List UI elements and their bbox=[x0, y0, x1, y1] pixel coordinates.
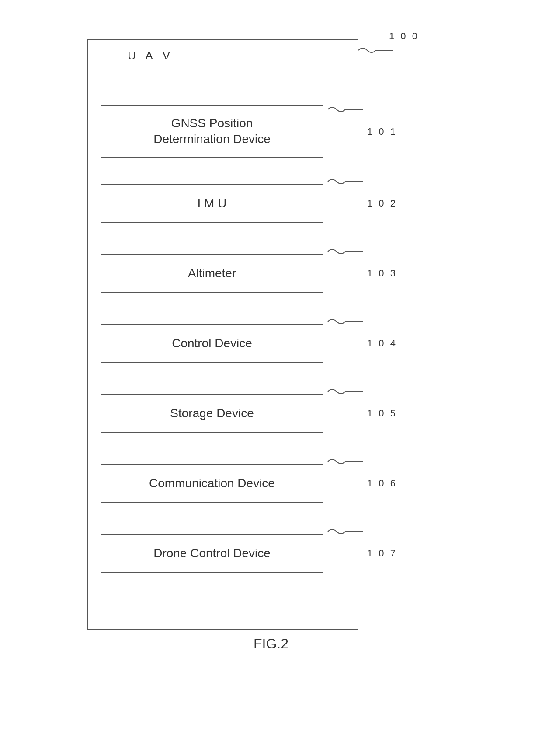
gnss-device-box: GNSS PositionDetermination Device bbox=[101, 105, 323, 158]
page: U A V 1 0 0 GNSS PositionD bbox=[0, 0, 542, 756]
altimeter-device-box: Altimeter bbox=[101, 254, 323, 293]
gnss-device-label: GNSS PositionDetermination Device bbox=[153, 116, 271, 147]
figure-label: FIG.2 bbox=[254, 636, 288, 652]
drone-control-device-label: Drone Control Device bbox=[153, 546, 271, 561]
diagram-area: U A V 1 0 0 GNSS PositionD bbox=[74, 18, 468, 665]
ref-100: 1 0 0 bbox=[389, 31, 419, 42]
control-device-label: Control Device bbox=[172, 336, 252, 351]
ref-105: 1 0 5 bbox=[367, 408, 397, 419]
imu-device-box: I M U bbox=[101, 184, 323, 223]
ref-102: 1 0 2 bbox=[367, 198, 397, 209]
communication-device-label: Communication Device bbox=[149, 476, 275, 491]
drone-control-device-box: Drone Control Device bbox=[101, 534, 323, 573]
altimeter-device-label: Altimeter bbox=[188, 266, 236, 281]
ref-107: 1 0 7 bbox=[367, 548, 397, 559]
ref-101: 1 0 1 bbox=[367, 126, 397, 137]
ref-104: 1 0 4 bbox=[367, 338, 397, 349]
storage-device-box: Storage Device bbox=[101, 394, 323, 433]
ref-103: 1 0 3 bbox=[367, 268, 397, 279]
communication-device-box: Communication Device bbox=[101, 464, 323, 503]
storage-device-label: Storage Device bbox=[170, 406, 254, 421]
control-device-box: Control Device bbox=[101, 324, 323, 363]
ref-106: 1 0 6 bbox=[367, 478, 397, 489]
uav-label: U A V bbox=[128, 49, 174, 63]
imu-device-label: I M U bbox=[198, 196, 227, 211]
